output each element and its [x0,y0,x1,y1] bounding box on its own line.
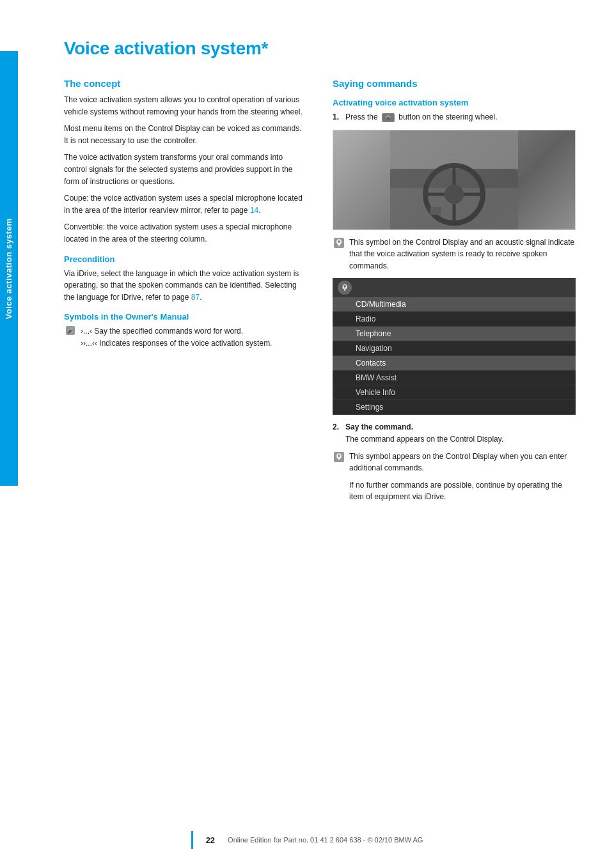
precondition-title: Precondition [64,254,307,264]
menu-item-contacts: Contacts [333,356,576,371]
step-2-extra-1-row: This symbol appears on the Control Displ… [333,451,576,474]
step-2-text: Say the command. The command appears on … [345,421,503,445]
footer-line [191,831,193,849]
symbol-say-text: ›...‹ Say the specified commands word fo… [81,325,272,337]
symbols-row: 🎤 ›...‹ Say the specified commands word … [64,325,307,349]
step-2-list: 2. Say the command. The command appears … [333,421,576,445]
right-column: Saying commands Activating voice activat… [333,78,576,508]
step-1: 1. Press the button on the steering whee… [333,111,576,123]
main-content: Voice activation system* The concept The… [26,0,614,546]
menu-screenshot: CD/Multimedia Radio Telephone Navigation… [333,278,576,415]
step-1-text: Press the button on the steering wheel. [345,111,497,123]
svg-point-8 [445,185,464,204]
display-mic-svg [333,236,345,249]
precondition-text: Via iDrive, select the language in which… [64,268,307,304]
display-text-row: This symbol on the Control Display and a… [333,236,576,272]
concept-para-1: The voice activation system allows you t… [64,94,307,118]
menu-mic-svg [341,284,349,291]
activating-title: Activating voice activation system [333,98,576,107]
steering-wheel-image [333,130,576,230]
two-column-layout: The concept The voice activation system … [64,78,582,508]
menu-item-bmw-assist: BMW Assist [333,371,576,385]
concept-section-title: The concept [64,78,307,89]
btn-svg [382,114,394,121]
menu-item-vehicle-info: Vehicle Info [333,385,576,400]
step2-mic-icon [333,451,347,466]
saying-commands-title: Saying commands [333,78,576,89]
step-1-num: 1. [333,111,342,123]
mic-svg: 🎤 [64,325,77,338]
menu-mic-icon [338,281,352,295]
symbols-title: Symbols in the Owner's Manual [64,312,307,322]
menu-header [333,278,576,297]
step-2-num: 2. [333,421,342,445]
footer-page-number: 22 [206,835,215,845]
concept-para-2: Most menu items on the Control Display c… [64,123,307,146]
steering-button-icon [382,113,395,122]
menu-item-navigation: Navigation [333,341,576,356]
svg-text:🎤: 🎤 [67,327,75,334]
concept-para-3: The voice activation system transforms y… [64,151,307,187]
page-title: Voice activation system* [64,38,582,59]
page-footer: 22 Online Edition for Part no. 01 41 2 6… [0,831,614,849]
steering-wheel-photo [333,130,575,229]
menu-item-settings: Settings [333,400,576,415]
left-column: The concept The voice activation system … [64,78,307,508]
menu-item-cd: CD/Multimedia [333,297,576,312]
steps-list: 1. Press the button on the steering whee… [333,111,576,123]
step-2-extra-2: If no further commands are possible, con… [333,479,576,503]
steering-illustration [390,130,518,229]
concept-para-4: Coupe: the voice activation system uses … [64,192,307,216]
concept-para-5: Convertible: the voice activation system… [64,221,307,245]
step-2-extra-1: This symbol appears on the Control Displ… [349,451,576,474]
display-description: This symbol on the Control Display and a… [349,236,576,272]
side-tab: Voice activation system [0,51,18,486]
menu-item-radio: Radio [333,312,576,327]
svg-point-17 [343,285,347,288]
mic-symbol-icon: 🎤 [64,325,78,341]
symbol-response-text: ››...‹‹ Indicates responses of the voice… [81,337,272,350]
step-2: 2. Say the command. The command appears … [333,421,576,445]
side-tab-label: Voice activation system [4,218,14,319]
footer-edition-text: Online Edition for Part no. 01 41 2 604 … [228,836,423,844]
menu-item-telephone: Telephone [333,327,576,341]
svg-rect-13 [430,207,441,215]
symbols-text: ›...‹ Say the specified commands word fo… [81,325,272,349]
display-mic-icon [333,236,347,252]
step2-mic-svg [333,451,345,463]
